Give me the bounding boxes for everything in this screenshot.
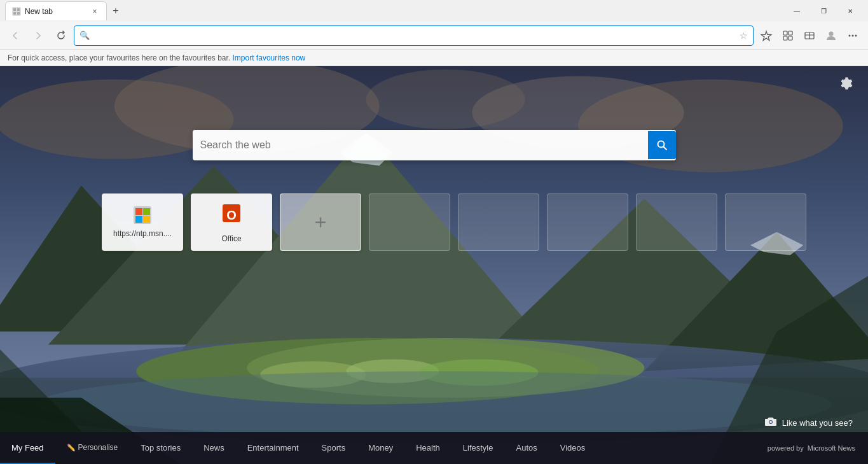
- svg-point-19: [366, 69, 525, 129]
- quick-link-msn[interactable]: https://ntp.msn....: [102, 193, 183, 251]
- quick-link-office[interactable]: O Office: [191, 193, 272, 251]
- svg-rect-3: [13, 12, 16, 15]
- pencil-icon: ✏️: [67, 444, 76, 452]
- news-label: News: [203, 443, 224, 453]
- svg-rect-1: [13, 8, 16, 11]
- immersive-reader-button[interactable]: [799, 25, 820, 46]
- svg-point-34: [37, 371, 832, 437]
- svg-rect-40: [135, 208, 142, 215]
- nav-my-feed[interactable]: My Feed: [0, 432, 55, 464]
- quick-link-placeholder-4[interactable]: [636, 193, 717, 251]
- nav-sports[interactable]: Sports: [310, 432, 357, 464]
- money-label: Money: [368, 443, 393, 453]
- nav-autos[interactable]: Autos: [505, 432, 549, 464]
- svg-rect-6: [789, 31, 792, 35]
- videos-label: Videos: [560, 443, 586, 453]
- lifestyle-label: Lifestyle: [463, 443, 493, 453]
- settings-button[interactable]: [839, 76, 853, 94]
- sports-label: Sports: [322, 443, 346, 453]
- powered-by-section: powered by Microsoft News: [755, 444, 868, 452]
- nav-personalise[interactable]: ✏️ Personalise: [55, 432, 130, 464]
- tab-area: New tab × +: [5, 0, 782, 22]
- quick-links: https://ntp.msn.... O Office +: [102, 193, 806, 251]
- camera-icon: [764, 415, 777, 431]
- svg-rect-8: [789, 36, 792, 40]
- back-button[interactable]: [5, 25, 25, 46]
- svg-line-39: [663, 147, 666, 150]
- search-input[interactable]: [200, 139, 643, 151]
- like-text: Like what you see?: [782, 418, 853, 428]
- window-controls: — ❐ ✕: [784, 1, 863, 20]
- svg-point-10: [829, 31, 834, 36]
- office-icon: O: [220, 202, 243, 229]
- svg-rect-42: [135, 216, 142, 223]
- svg-point-47: [769, 421, 772, 423]
- address-bar[interactable]: 🔍 ☆: [74, 25, 754, 46]
- quick-link-placeholder-2[interactable]: [458, 193, 539, 251]
- nav-bar: 🔍 ☆: [0, 22, 868, 50]
- nav-health[interactable]: Health: [404, 432, 451, 464]
- minimize-button[interactable]: —: [784, 1, 809, 20]
- nav-videos[interactable]: Videos: [549, 432, 597, 464]
- powered-brand: Microsoft News: [808, 444, 855, 452]
- svg-rect-41: [143, 208, 150, 215]
- favourites-bar: For quick access, place your favourites …: [0, 50, 868, 66]
- nav-money[interactable]: Money: [357, 432, 404, 464]
- new-tab-button[interactable]: +: [107, 2, 125, 20]
- refresh-button[interactable]: [51, 25, 71, 46]
- favourite-star-icon[interactable]: ☆: [740, 31, 748, 41]
- top-stories-label: Top stories: [141, 443, 181, 453]
- quick-link-placeholder-3[interactable]: [547, 193, 628, 251]
- bottom-nav: My Feed ✏️ Personalise Top stories News …: [0, 432, 868, 464]
- tab-favicon: [12, 7, 21, 16]
- quick-link-add[interactable]: +: [280, 193, 361, 251]
- quick-link-placeholder-5[interactable]: [725, 193, 806, 251]
- powered-by-text: powered by: [768, 444, 804, 452]
- svg-rect-2: [17, 8, 20, 11]
- msn-tile-label: https://ntp.msn....: [113, 229, 172, 238]
- import-favourites-link[interactable]: Import favourites now: [233, 53, 306, 62]
- search-button[interactable]: [648, 131, 676, 159]
- main-content: https://ntp.msn.... O Office +: [0, 66, 868, 464]
- office-tile-label: Office: [221, 234, 241, 243]
- active-tab[interactable]: New tab ×: [5, 1, 107, 20]
- svg-rect-43: [143, 216, 150, 223]
- msn-favicon: [134, 206, 151, 224]
- search-icon: 🔍: [79, 31, 90, 40]
- search-container: [193, 130, 676, 160]
- search-box: [193, 130, 676, 160]
- profile-button[interactable]: [821, 25, 841, 46]
- maximize-button[interactable]: ❐: [811, 1, 836, 20]
- tab-close-button[interactable]: ×: [90, 6, 100, 17]
- svg-rect-5: [783, 31, 787, 35]
- close-button[interactable]: ✕: [837, 1, 863, 20]
- my-feed-label: My Feed: [11, 443, 44, 453]
- nav-news[interactable]: News: [192, 432, 236, 464]
- personalise-label: Personalise: [78, 443, 118, 452]
- quick-link-placeholder-1[interactable]: [369, 193, 450, 251]
- nav-top-stories[interactable]: Top stories: [129, 432, 192, 464]
- add-icon: +: [315, 212, 327, 232]
- tab-title: New tab: [25, 7, 53, 16]
- entertainment-label: Entertainment: [247, 443, 299, 453]
- background-image: [0, 66, 868, 464]
- svg-rect-4: [17, 12, 20, 15]
- svg-point-12: [852, 34, 854, 36]
- nav-lifestyle[interactable]: Lifestyle: [451, 432, 505, 464]
- svg-point-13: [855, 34, 857, 36]
- like-section[interactable]: Like what you see?: [764, 415, 853, 431]
- nav-entertainment[interactable]: Entertainment: [236, 432, 310, 464]
- health-label: Health: [416, 443, 440, 453]
- address-input[interactable]: [93, 31, 736, 40]
- nav-actions: [756, 25, 863, 46]
- more-button[interactable]: [843, 25, 863, 46]
- collections-button[interactable]: [778, 25, 798, 46]
- fav-bar-message: For quick access, place your favourites …: [8, 53, 230, 62]
- favourites-button[interactable]: [756, 25, 776, 46]
- svg-text:O: O: [226, 208, 237, 222]
- forward-button[interactable]: [28, 25, 48, 46]
- autos-label: Autos: [516, 443, 537, 453]
- svg-rect-7: [783, 36, 787, 40]
- title-bar: New tab × + — ❐ ✕: [0, 0, 868, 22]
- svg-point-11: [849, 34, 851, 36]
